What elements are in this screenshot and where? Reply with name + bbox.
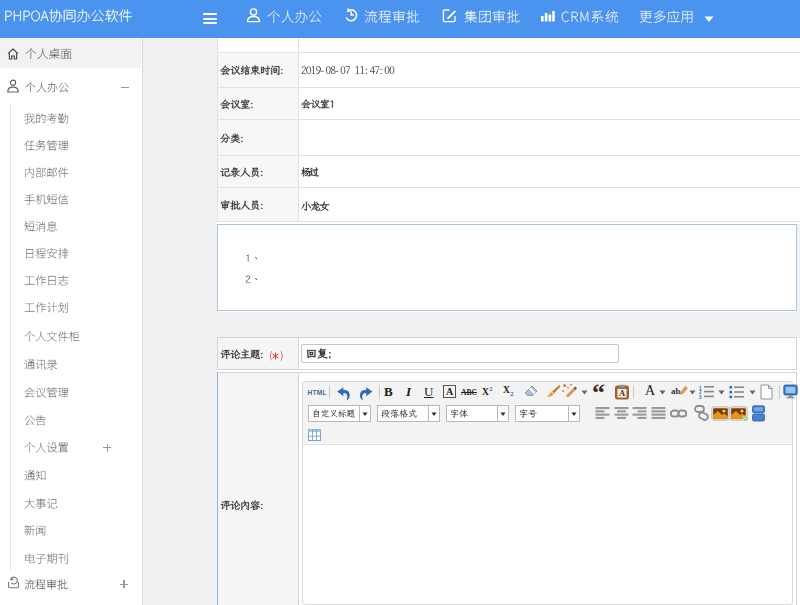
svg-text:A: A (619, 388, 626, 398)
svg-text:3: 3 (699, 395, 702, 399)
svg-text:ab: ab (671, 386, 681, 396)
